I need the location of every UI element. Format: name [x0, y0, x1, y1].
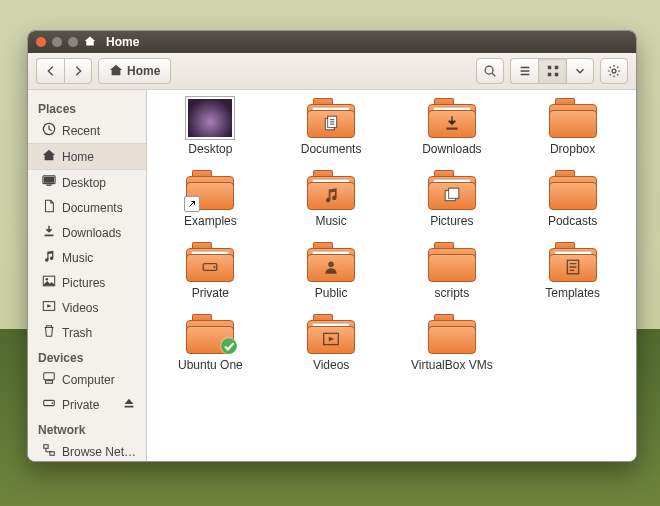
- icon-grid: DesktopDocumentsDownloadsDropboxExamples…: [155, 98, 628, 372]
- sidebar-item-label: Trash: [62, 326, 92, 340]
- sidebar-item-label: Recent: [62, 124, 100, 138]
- item-dropbox[interactable]: Dropbox: [517, 98, 628, 156]
- window-maximize-button[interactable]: [68, 37, 78, 47]
- titlebar[interactable]: Home: [28, 31, 636, 53]
- places-sidebar: Places RecentHomeDesktopDocumentsDownloa…: [28, 90, 147, 461]
- item-documents[interactable]: Documents: [276, 98, 387, 156]
- folder-icon: [307, 170, 355, 210]
- sidebar-item-home[interactable]: Home: [28, 143, 146, 170]
- item-music[interactable]: Music: [276, 170, 387, 228]
- item-private[interactable]: Private: [155, 242, 266, 300]
- shortcut-arrow-icon: [184, 196, 200, 212]
- item-label: scripts: [435, 286, 470, 300]
- eject-button[interactable]: [122, 396, 136, 413]
- folder-icon: [428, 170, 476, 210]
- item-pictures[interactable]: Pictures: [397, 170, 508, 228]
- back-button[interactable]: [36, 58, 64, 84]
- item-label: Videos: [313, 358, 349, 372]
- music-icon: [322, 186, 340, 207]
- sync-check-icon: [220, 337, 238, 358]
- home-icon: [84, 35, 96, 50]
- item-downloads[interactable]: Downloads: [397, 98, 508, 156]
- sidebar-item-desktop[interactable]: Desktop: [28, 170, 146, 195]
- settings-button[interactable]: [600, 58, 628, 84]
- pictures-icon: [443, 186, 461, 207]
- item-label: Examples: [184, 214, 237, 228]
- sidebar-item-pictures[interactable]: Pictures: [28, 270, 146, 295]
- folder-icon: [428, 314, 476, 354]
- sidebar-item-recent[interactable]: Recent: [28, 118, 146, 143]
- item-virtualbox-vms[interactable]: VirtualBox VMs: [397, 314, 508, 372]
- item-label: Music: [315, 214, 346, 228]
- sidebar-item-label: Desktop: [62, 176, 106, 190]
- network-icon: [42, 443, 56, 460]
- view-grid-button[interactable]: [538, 58, 566, 84]
- item-label: Downloads: [422, 142, 481, 156]
- window-title: Home: [106, 35, 139, 49]
- home-icon: [109, 63, 123, 80]
- template-icon: [564, 258, 582, 279]
- trash-icon: [42, 324, 56, 341]
- folder-icon: [428, 242, 476, 282]
- item-public[interactable]: Public: [276, 242, 387, 300]
- sidebar-item-trash[interactable]: Trash: [28, 320, 146, 345]
- home-icon: [42, 148, 56, 165]
- item-desktop[interactable]: Desktop: [155, 98, 266, 156]
- content-area[interactable]: DesktopDocumentsDownloadsDropboxExamples…: [147, 90, 636, 461]
- folder-icon: [186, 314, 234, 354]
- view-options-button[interactable]: [566, 58, 594, 84]
- item-templates[interactable]: Templates: [517, 242, 628, 300]
- toolbar: Home: [28, 53, 636, 90]
- sidebar-item-videos[interactable]: Videos: [28, 295, 146, 320]
- search-button[interactable]: [476, 58, 504, 84]
- sidebar-section-places: Places: [28, 96, 146, 118]
- sidebar-item-computer[interactable]: Computer: [28, 367, 146, 392]
- drive-icon: [42, 396, 56, 413]
- folder-icon: [307, 314, 355, 354]
- item-videos[interactable]: Videos: [276, 314, 387, 372]
- document-stack-icon: [322, 114, 340, 135]
- file-manager-window: Home Home Places RecentHomeDesktopDocume…: [27, 30, 637, 462]
- picture-icon: [42, 274, 56, 291]
- recent-icon: [42, 122, 56, 139]
- view-list-button[interactable]: [510, 58, 538, 84]
- item-label: Public: [315, 286, 348, 300]
- drive-icon: [201, 258, 219, 279]
- sidebar-item-private[interactable]: Private: [28, 392, 146, 417]
- item-examples[interactable]: Examples: [155, 170, 266, 228]
- sidebar-section-devices: Devices: [28, 345, 146, 367]
- sidebar-item-label: Videos: [62, 301, 98, 315]
- folder-icon: [549, 242, 597, 282]
- window-close-button[interactable]: [36, 37, 46, 47]
- sidebar-item-downloads[interactable]: Downloads: [28, 220, 146, 245]
- download-icon: [42, 224, 56, 241]
- sidebar-item-music[interactable]: Music: [28, 245, 146, 270]
- sidebar-item-browse-net[interactable]: Browse Net…: [28, 439, 146, 461]
- item-label: Templates: [545, 286, 600, 300]
- item-label: VirtualBox VMs: [411, 358, 493, 372]
- item-label: Ubuntu One: [178, 358, 243, 372]
- window-minimize-button[interactable]: [52, 37, 62, 47]
- item-label: Podcasts: [548, 214, 597, 228]
- folder-icon: [428, 98, 476, 138]
- folder-icon: [186, 242, 234, 282]
- download-icon: [443, 114, 461, 135]
- item-podcasts[interactable]: Podcasts: [517, 170, 628, 228]
- sidebar-item-documents[interactable]: Documents: [28, 195, 146, 220]
- item-label: Dropbox: [550, 142, 595, 156]
- item-scripts[interactable]: scripts: [397, 242, 508, 300]
- folder-icon: [186, 170, 234, 210]
- sidebar-item-label: Computer: [62, 373, 115, 387]
- item-label: Documents: [301, 142, 362, 156]
- item-label: Pictures: [430, 214, 473, 228]
- video-icon: [42, 299, 56, 316]
- location-home-button[interactable]: Home: [98, 58, 171, 84]
- folder-icon: [549, 98, 597, 138]
- folder-icon: [307, 98, 355, 138]
- location-label: Home: [127, 64, 160, 78]
- forward-button[interactable]: [64, 58, 92, 84]
- item-ubuntu-one[interactable]: Ubuntu One: [155, 314, 266, 372]
- computer-icon: [42, 371, 56, 388]
- person-icon: [322, 258, 340, 279]
- sidebar-section-network: Network: [28, 417, 146, 439]
